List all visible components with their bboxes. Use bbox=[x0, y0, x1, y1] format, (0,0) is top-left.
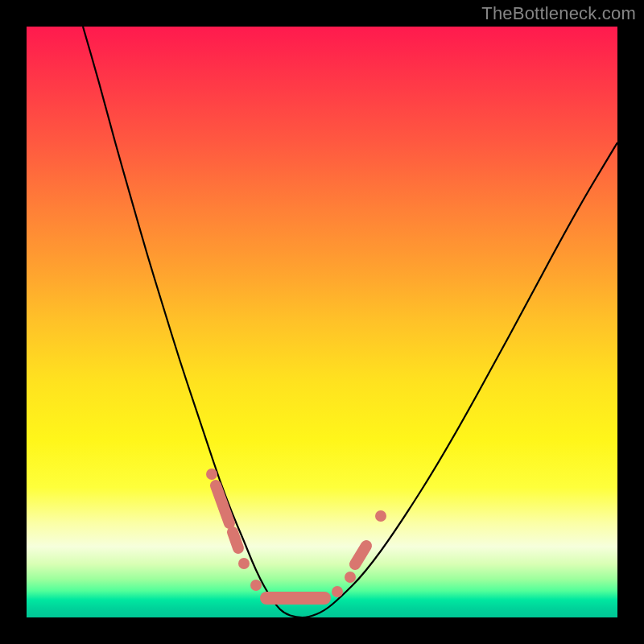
marker-dot bbox=[345, 572, 356, 583]
marker-dot bbox=[250, 580, 262, 591]
marker-capsule bbox=[355, 546, 366, 564]
bottleneck-curve bbox=[83, 27, 617, 617]
chart-frame: TheBottleneck.com bbox=[0, 0, 644, 644]
curve-layer bbox=[27, 27, 617, 617]
marker-capsule bbox=[233, 532, 238, 548]
marker-dot bbox=[238, 558, 250, 569]
plot-area bbox=[27, 27, 617, 617]
marker-dot bbox=[206, 469, 217, 480]
marker-capsule bbox=[216, 485, 229, 523]
marker-dot bbox=[375, 510, 386, 522]
attribution-label: TheBottleneck.com bbox=[481, 3, 636, 24]
marker-dot bbox=[332, 586, 343, 597]
